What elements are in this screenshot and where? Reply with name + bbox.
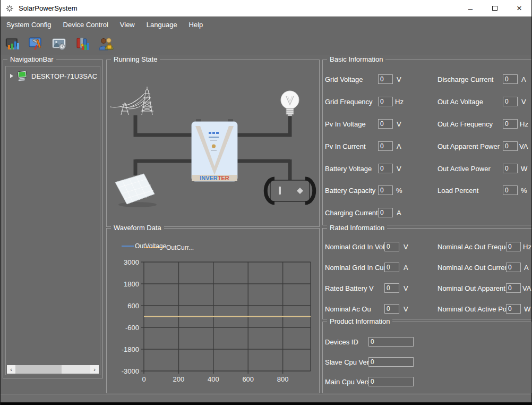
user-management-icon bbox=[98, 36, 114, 52]
field-input-nominal-out-apparent-power[interactable] bbox=[506, 283, 521, 293]
power-flow-diagram: INVERTER bbox=[107, 60, 319, 226]
field-unit-charging-current: A bbox=[397, 209, 401, 217]
scrollbar-thumb[interactable] bbox=[15, 365, 62, 374]
scroll-right-button[interactable]: › bbox=[90, 365, 99, 374]
menu-help[interactable]: Help bbox=[183, 16, 209, 33]
field-label-devices-id: Devices ID bbox=[325, 338, 368, 346]
menu-system-config[interactable]: System Config bbox=[1, 16, 57, 33]
navigation-tree: DESKTOP-71U3SAC ‹ › bbox=[5, 66, 100, 375]
field-input-out-active-power[interactable] bbox=[503, 164, 518, 173]
field-input-out-apparent-power[interactable] bbox=[503, 141, 518, 151]
menubar: System Config Device Control View Langua… bbox=[1, 16, 531, 33]
navigationbar-group: NavigationBar DESKTOP-71U3SAC ‹ › bbox=[3, 60, 103, 378]
field-label-nominal-out-active-power: Nominal Out Active Pov bbox=[437, 305, 506, 313]
running-state-group: Running State bbox=[106, 60, 320, 227]
snapshot-button[interactable] bbox=[50, 35, 68, 53]
field-input-pv-in-voltage[interactable] bbox=[378, 119, 393, 129]
user-management-button[interactable] bbox=[97, 35, 115, 53]
svg-text:0: 0 bbox=[142, 375, 145, 383]
field-label-slave-cpu-version: Slave Cpu Versio bbox=[325, 358, 368, 366]
field-unit-load-percent: % bbox=[521, 187, 527, 195]
field-label-rated-battery-voltage: Rated Battery V bbox=[325, 284, 384, 292]
field-unit-pv-in-voltage: V bbox=[397, 120, 401, 128]
svg-text:200: 200 bbox=[173, 375, 185, 383]
field-input-out-ac-frequency[interactable] bbox=[503, 119, 518, 129]
solar-panel-icon bbox=[115, 174, 157, 207]
maximize-icon bbox=[492, 6, 497, 11]
scrollbar-track[interactable] bbox=[15, 365, 90, 374]
field-input-charging-current[interactable] bbox=[378, 208, 393, 217]
report-button[interactable] bbox=[74, 35, 92, 53]
field-label-nominal-ac-out-frequency: Nominal Ac Out Freque bbox=[437, 243, 506, 251]
expander-icon[interactable] bbox=[10, 74, 13, 78]
close-button[interactable]: × bbox=[507, 0, 531, 16]
field-input-nominal-out-active-power[interactable] bbox=[506, 304, 521, 314]
menu-view[interactable]: View bbox=[114, 16, 141, 33]
field-input-rated-battery-voltage[interactable] bbox=[384, 283, 399, 293]
app-icon bbox=[5, 4, 14, 13]
tree-item-desktop[interactable]: DESKTOP-71U3SAC bbox=[6, 66, 100, 81]
waveform-group: Waveform Data 30001800600-600-1800-30000… bbox=[106, 228, 320, 393]
field-unit-nominal-ac-out-voltage: V bbox=[404, 305, 408, 313]
report-icon bbox=[75, 36, 91, 52]
field-input-grid-voltage[interactable] bbox=[378, 74, 393, 84]
field-label-load-percent: Load Percent bbox=[437, 187, 503, 195]
field-label-nominal-grid-in-voltage: Nominal Grid In Vol bbox=[325, 243, 384, 251]
field-input-grid-frequency[interactable] bbox=[378, 97, 393, 106]
field-input-nominal-grid-in-current[interactable] bbox=[384, 263, 399, 272]
field-input-nominal-ac-out-frequency[interactable] bbox=[506, 242, 521, 251]
field-label-nominal-ac-out-current: Nominal Ac Out Curren bbox=[437, 264, 506, 272]
window-controls: – × bbox=[458, 0, 531, 16]
field-unit-grid-frequency: Hz bbox=[395, 98, 404, 106]
field-label-out-ac-voltage: Out Ac Voltage bbox=[437, 98, 503, 106]
navigationbar-group-label: NavigationBar bbox=[7, 55, 56, 63]
titlebar: SolarPowerSystem – × bbox=[1, 0, 531, 16]
field-label-nominal-ac-out-voltage: Nominal Ac Ou bbox=[325, 305, 384, 313]
svg-text:1800: 1800 bbox=[124, 280, 139, 288]
maximize-button[interactable] bbox=[483, 0, 507, 16]
scroll-left-button[interactable]: ‹ bbox=[7, 365, 15, 374]
svg-text:600: 600 bbox=[242, 375, 254, 383]
field-input-out-ac-voltage[interactable] bbox=[503, 97, 518, 106]
field-unit-out-apparent-power: VA bbox=[519, 142, 528, 150]
field-input-battery-capacity[interactable] bbox=[378, 185, 393, 195]
field-input-main-cpu-version[interactable] bbox=[368, 377, 414, 386]
field-unit-rated-battery-voltage: V bbox=[404, 284, 408, 292]
power-grid-icon bbox=[110, 87, 153, 115]
field-label-pv-in-voltage: Pv In Voltage bbox=[325, 120, 378, 128]
field-label-out-ac-frequency: Out Ac Frequency bbox=[437, 120, 503, 128]
field-unit-discharge-current: A bbox=[521, 75, 526, 83]
field-label-nominal-out-apparent-power: Nominal Out Apparent bbox=[437, 284, 506, 292]
field-label-out-active-power: Out Active Power bbox=[437, 165, 503, 173]
field-input-load-percent[interactable] bbox=[503, 185, 518, 195]
system-monitor-icon bbox=[5, 36, 21, 52]
product-information-group-label: Product Information bbox=[327, 317, 392, 325]
field-input-slave-cpu-version[interactable] bbox=[368, 357, 414, 367]
computer-icon bbox=[16, 71, 28, 81]
field-input-discharge-current[interactable] bbox=[503, 74, 518, 84]
field-input-pv-in-current[interactable] bbox=[378, 141, 393, 151]
field-input-nominal-grid-in-voltage[interactable] bbox=[384, 242, 399, 251]
battery-icon bbox=[265, 179, 314, 203]
field-label-discharge-current: Discharge Current bbox=[437, 75, 503, 83]
device-settings-icon bbox=[28, 36, 44, 52]
field-input-devices-id[interactable] bbox=[368, 337, 414, 347]
field-unit-nominal-grid-in-current: A bbox=[404, 264, 408, 272]
field-label-main-cpu-version: Main Cpu Versio bbox=[325, 378, 368, 386]
menu-device-control[interactable]: Device Control bbox=[57, 16, 114, 33]
menu-language[interactable]: Language bbox=[141, 16, 183, 33]
device-settings-button[interactable] bbox=[27, 35, 45, 53]
field-input-battery-voltage[interactable] bbox=[378, 164, 393, 173]
field-unit-battery-voltage: V bbox=[397, 165, 401, 173]
field-unit-grid-voltage: V bbox=[397, 75, 401, 83]
waveform-chart: 30001800600-600-1800-30000200400600800 bbox=[107, 229, 319, 393]
system-monitor-button[interactable] bbox=[4, 35, 22, 53]
horizontal-scrollbar[interactable]: ‹ › bbox=[7, 365, 99, 374]
minimize-button[interactable]: – bbox=[458, 0, 483, 16]
svg-text:400: 400 bbox=[208, 375, 219, 383]
field-unit-nominal-out-active-power: W bbox=[524, 305, 530, 313]
field-unit-pv-in-current: A bbox=[397, 142, 401, 150]
field-input-nominal-ac-out-voltage[interactable] bbox=[384, 304, 399, 314]
field-input-nominal-ac-out-current[interactable] bbox=[506, 263, 521, 272]
snapshot-icon bbox=[52, 36, 67, 52]
